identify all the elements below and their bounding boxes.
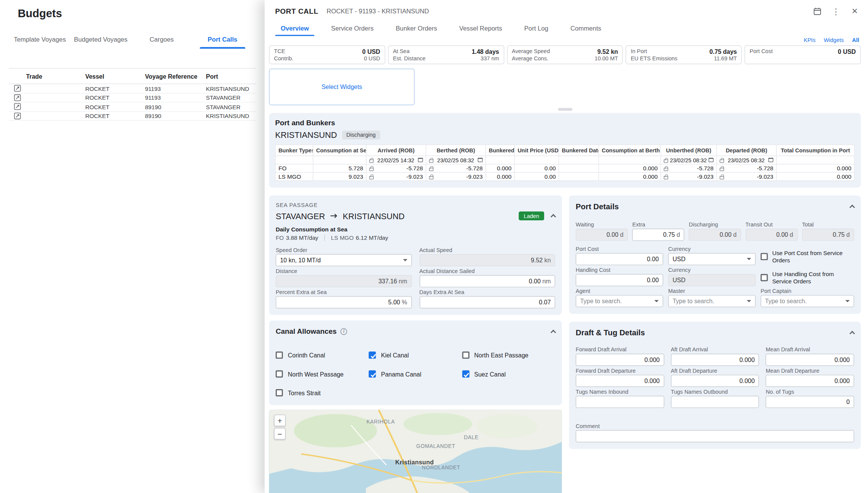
consumption-at-berth[interactable]: 0.000 [599,173,661,181]
consumption-at-sea[interactable]: 9.023 [313,173,366,181]
actual-distance-sailed-field[interactable]: 0.00nm [419,275,555,287]
canal-option-north-west: North West Passage [276,370,369,378]
mean-draft-arrival-field[interactable]: 0.000 [766,354,854,366]
port-cost-field[interactable]: 0.00 [576,253,663,265]
field-label: Distance [276,268,412,274]
bunkered[interactable]: 0.000 [486,164,514,173]
tab-service-orders[interactable]: Service Orders [320,22,385,36]
collapse-icon[interactable] [849,331,855,336]
tab-budgeted-voyages[interactable]: Budgeted Voyages [70,32,131,49]
checkbox[interactable] [369,351,376,359]
calendar-icon[interactable] [708,158,713,162]
checkbox[interactable] [761,253,768,260]
tab-port-log[interactable]: Port Log [513,22,559,36]
mean-draft-departure-field[interactable]: 0.000 [766,375,854,387]
field-label: Comment [576,423,854,429]
info-icon[interactable]: i [341,328,347,335]
tugs-names-outbound-field[interactable] [671,396,759,408]
master-select[interactable]: Type to search. [668,295,756,307]
consumption-at-berth[interactable]: 0.000 [599,164,661,173]
section-eyebrow: SEA PASSAGE [276,202,555,208]
tab-port-calls[interactable]: Port Calls [192,32,253,49]
calendar-icon[interactable] [812,6,822,16]
checkbox[interactable] [369,370,376,378]
filter-kpis[interactable]: KPIs [804,37,816,43]
field-label: Extra [632,221,685,228]
collapse-icon[interactable] [551,214,556,219]
checkbox-label: Use Handling Cost from Service Orders [772,270,843,285]
forward-draft-departure-field[interactable]: 0.000 [576,375,664,387]
bunkered-date[interactable] [559,164,598,173]
checkbox[interactable] [276,351,283,359]
tugs-names-inbound-field[interactable] [576,396,664,408]
arrived-date[interactable]: 22/02/25 14:32 [375,157,416,163]
aft-draft-departure-field[interactable]: 0.000 [671,375,759,387]
checkbox[interactable] [462,370,469,378]
checkbox[interactable] [276,370,283,378]
select-widgets-link[interactable]: Select Widgets [322,84,362,90]
open-port-call-icon[interactable] [13,94,22,102]
table-row[interactable]: ROCKET 89190 STAVANGER [9,102,256,112]
days-extra-at-sea-field[interactable]: 0.07 [419,296,555,309]
tab-cargoes[interactable]: Cargoes [131,32,192,49]
checkbox[interactable] [462,351,469,359]
unit-price[interactable]: 0.00 [514,173,559,181]
collapse-icon[interactable] [849,205,855,210]
port-cost-currency-select[interactable]: USD [668,253,756,265]
forward-draft-arrival-field[interactable]: 0.000 [576,354,664,366]
speed-order-select[interactable]: 10 kn, 10 MT/d [276,254,412,266]
map-canvas[interactable] [269,410,562,493]
close-icon[interactable]: ✕ [850,6,860,16]
arrived-date-cell[interactable]: 22/02/25 14:32 [366,156,426,164]
filter-widgets[interactable]: Widgets [824,37,844,43]
no-of-tugs-field[interactable]: 0 [766,396,854,408]
handling-cost-field[interactable]: 0.00 [576,274,663,286]
comment-field[interactable] [576,430,854,442]
tab-template-voyages[interactable]: Template Voyages [10,32,70,49]
calendar-icon[interactable] [768,158,773,162]
table-row[interactable]: ROCKET 89190 KRISTIANSUND [9,112,256,121]
calendar-icon[interactable] [478,158,483,162]
tab-overview[interactable]: Overview [270,22,320,36]
table-row[interactable]: ROCKET 91193 KRISTIANSUND [9,84,256,93]
bunkered[interactable]: 0.000 [486,173,514,181]
resize-handle[interactable] [558,108,572,111]
column-header: Bunkered Date [559,145,598,156]
tab-comments[interactable]: Comments [559,22,613,36]
checkbox-label: Kiel Canal [381,352,409,358]
berthed-date[interactable]: 23/02/25 08:32 [435,157,476,163]
tab-vessel-reports[interactable]: Vessel Reports [448,22,513,36]
berthed-date-cell[interactable]: 23/02/25 08:32 [426,156,486,164]
departed-date[interactable]: 23/02/25 08:32 [726,157,766,163]
draft-tug-details-section: Draft & Tug Details Forward Draft Arriva… [569,322,861,449]
port-captain-select[interactable]: Type to search. [761,295,854,307]
tab-bunker-orders[interactable]: Bunker Orders [385,22,448,36]
zoom-in-button[interactable]: + [274,415,286,426]
cell-voyage-reference: 89190 [145,113,206,119]
checkbox[interactable] [276,389,283,396]
open-port-call-icon[interactable] [13,112,22,120]
collapse-icon[interactable] [551,330,556,335]
percent-extra-at-sea-field[interactable]: 5.00% [276,296,412,309]
cell-vessel: ROCKET [85,103,145,110]
table-row[interactable]: ROCKET 91193 STAVANGER [9,93,256,102]
select-widgets-box: Select Widgets [269,69,415,105]
open-port-call-icon[interactable] [13,84,22,93]
section-title: Canal Allowances [276,327,337,336]
bunkered-date[interactable] [559,173,598,181]
filter-all[interactable]: All [852,37,859,43]
extra-days-field[interactable]: 0.75d [632,229,685,241]
zoom-out-button[interactable]: − [274,428,286,440]
unberthed-date[interactable]: 23/02/25 08:32 [670,157,707,163]
departed-date-cell[interactable]: 23/02/25 08:32 [717,156,777,164]
agent-select[interactable]: Type to search. [576,295,663,307]
open-port-call-icon[interactable] [13,103,22,111]
calendar-icon[interactable] [418,158,423,162]
unberthed-date-cell[interactable]: 23/02/25 08:32 [661,156,716,164]
more-options-icon[interactable]: ⋮ [831,6,841,16]
port-map[interactable]: KARIHOLA DALE GOMALANDET Kristiansund NO… [269,410,562,493]
unit-price[interactable]: 0.00 [514,164,559,173]
consumption-at-sea[interactable]: 5.728 [313,164,366,173]
checkbox[interactable] [761,274,768,281]
aft-draft-arrival-field[interactable]: 0.000 [671,354,759,366]
